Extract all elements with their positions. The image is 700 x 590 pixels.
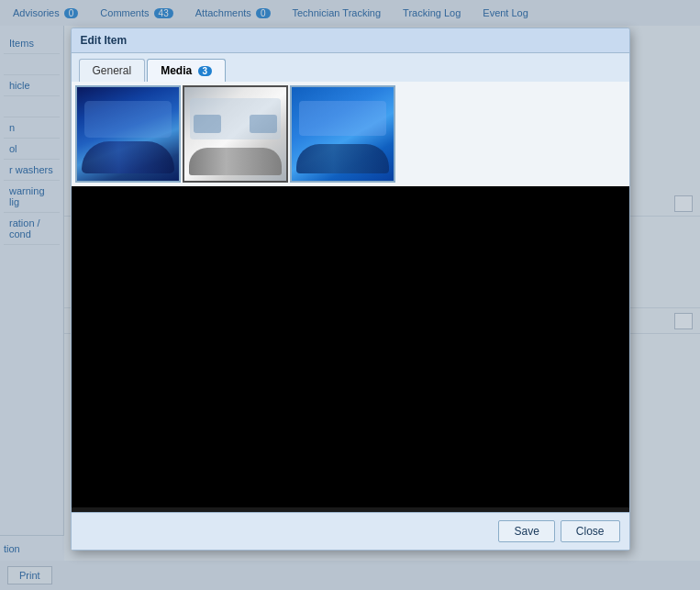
media-tab-badge: 3 xyxy=(198,66,213,76)
media-grid xyxy=(72,82,629,186)
edit-item-modal: Edit Item General Media 3 xyxy=(71,28,630,551)
media-thumb-1[interactable] xyxy=(75,85,181,183)
modal-tabs: General Media 3 xyxy=(72,53,629,82)
save-button[interactable]: Save xyxy=(498,520,554,542)
modal-footer: Save Close xyxy=(72,512,629,550)
tab-general[interactable]: General xyxy=(79,59,146,82)
close-button[interactable]: Close xyxy=(561,520,620,542)
black-content-area xyxy=(72,186,629,507)
modal-body xyxy=(72,82,629,512)
media-thumb-3[interactable] xyxy=(290,85,395,183)
tab-media[interactable]: Media 3 xyxy=(147,59,226,82)
modal-overlay: Edit Item General Media 3 xyxy=(0,0,700,590)
modal-title: Edit Item xyxy=(72,28,629,53)
media-thumb-2[interactable] xyxy=(183,85,288,183)
